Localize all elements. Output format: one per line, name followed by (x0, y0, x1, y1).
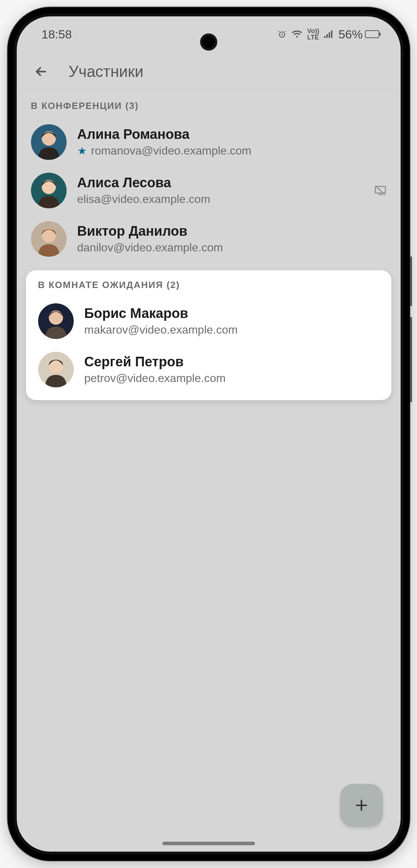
signal-icon (324, 30, 333, 38)
participant-row[interactable]: Алиса Лесова elisa@video.example.com (17, 166, 401, 215)
participant-name: Виктор Данилов (77, 224, 386, 239)
svg-rect-4 (331, 31, 333, 38)
participant-email: makarov@video.example.com (84, 323, 238, 336)
svg-point-13 (49, 310, 63, 325)
participant-name: Сергей Петров (84, 354, 379, 370)
waiting-room-card: В КОМНАТЕ ОЖИДАНИЯ (2) Борис Макаров mak… (26, 270, 391, 400)
avatar (31, 173, 67, 208)
alarm-icon (277, 30, 287, 39)
svg-point-8 (42, 180, 56, 194)
avatar (38, 352, 74, 387)
back-button[interactable] (31, 62, 51, 82)
participant-email: romanova@video.example.com (91, 144, 251, 157)
participant-row[interactable]: Виктор Данилов danilov@video.example.com (17, 215, 401, 263)
participant-row[interactable]: Сергей Петров petrov@video.example.com (26, 345, 391, 394)
participant-name: Алина Романова (77, 127, 386, 142)
conference-list: Алина Романова ★ romanova@video.example.… (17, 118, 401, 263)
volte-icon: Vo))LTE (307, 28, 319, 41)
app-bar: Участники (17, 52, 401, 91)
status-time: 18:58 (42, 27, 72, 41)
avatar (31, 124, 67, 160)
battery-percent: 56% (338, 27, 363, 41)
avatar (38, 303, 74, 339)
page-title: Участники (69, 63, 144, 80)
section-header-conference: В КОНФЕРЕНЦИИ (3) (17, 91, 401, 118)
svg-point-11 (42, 228, 56, 242)
battery-icon (365, 30, 379, 38)
participants-content: В КОНФЕРЕНЦИИ (3) Алина Романова ★ roman… (17, 91, 401, 852)
front-camera (200, 33, 217, 51)
host-star-icon: ★ (77, 146, 87, 156)
svg-rect-3 (329, 32, 330, 38)
screen-share-off-icon (374, 185, 386, 196)
avatar (31, 221, 67, 257)
svg-rect-1 (324, 36, 325, 38)
participant-name: Борис Макаров (84, 306, 379, 321)
svg-point-6 (42, 131, 56, 146)
wifi-icon (292, 30, 302, 38)
waiting-list: Борис Макаров makarov@video.example.com … (26, 297, 391, 394)
svg-point-15 (49, 359, 63, 373)
participant-email: petrov@video.example.com (84, 372, 226, 385)
svg-rect-2 (327, 34, 328, 38)
gesture-bar (162, 842, 255, 845)
participant-name: Алиса Лесова (77, 175, 364, 190)
section-header-waiting: В КОМНАТЕ ОЖИДАНИЯ (2) (26, 270, 391, 297)
participant-row[interactable]: Борис Макаров makarov@video.example.com (26, 297, 391, 345)
add-participant-button[interactable] (340, 784, 383, 827)
participant-row[interactable]: Алина Романова ★ romanova@video.example.… (17, 118, 401, 166)
participant-email: elisa@video.example.com (77, 193, 210, 206)
participant-email: danilov@video.example.com (77, 241, 223, 254)
